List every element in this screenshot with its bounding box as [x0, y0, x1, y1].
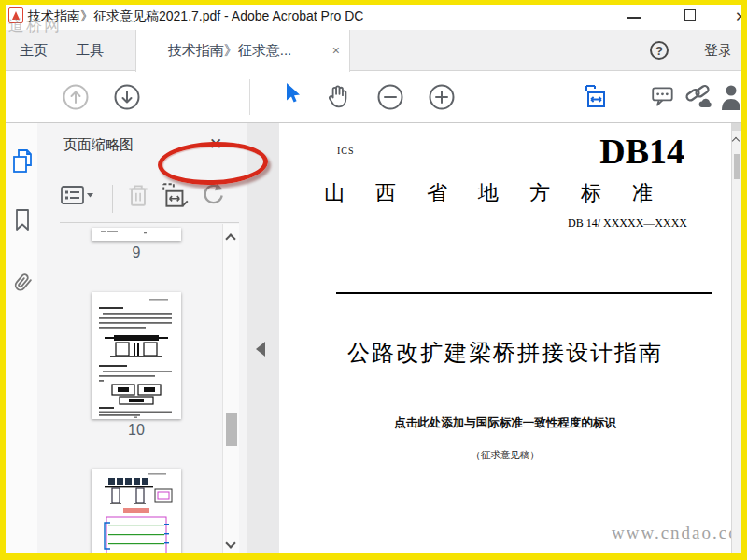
- zoom-out-icon[interactable]: [376, 83, 404, 115]
- tab-home[interactable]: 主页: [7, 30, 60, 71]
- toolbar-separator: [249, 79, 250, 115]
- main-area: 页面缩略图 ✕: [6, 123, 741, 553]
- site-watermark: www.cndao.com: [612, 523, 741, 543]
- share-link-icon[interactable]: [684, 83, 713, 115]
- collapse-panel-icon[interactable]: [256, 342, 265, 357]
- bookmarks-nav-icon[interactable]: [10, 207, 35, 239]
- set-page-boxes-icon[interactable]: [161, 181, 190, 213]
- pdf-file-icon: [8, 7, 23, 23]
- app-window-frame: 技术指南》征求意见稿2021.7.pdf - Adobe Acrobat Pro…: [0, 0, 747, 560]
- scrollbar-thumb[interactable]: [226, 413, 237, 446]
- thumbnail-page-9[interactable]: [92, 228, 181, 241]
- tab-tools[interactable]: 工具: [63, 30, 116, 71]
- thumbnail-label[interactable]: 9: [92, 245, 181, 261]
- comment-tool-icon[interactable]: [650, 83, 676, 113]
- scroll-up-icon[interactable]: [225, 233, 235, 244]
- scrollbar-top-button[interactable]: [732, 123, 741, 131]
- page-thumbnails-nav-icon[interactable]: [10, 147, 35, 179]
- previous-page-icon[interactable]: [62, 83, 90, 115]
- tab-document-label: 技术指南》征求意...: [136, 30, 323, 71]
- navigation-strip: [6, 123, 37, 553]
- main-toolbar: / 16 43.8%: [6, 71, 741, 123]
- acrobat-window: 技术指南》征求意见稿2021.7.pdf - Adobe Acrobat Pro…: [6, 5, 741, 553]
- sign-in-button[interactable]: 登录: [704, 30, 732, 71]
- panel-tools-divider: [112, 185, 113, 213]
- rotate-pages-icon[interactable]: [200, 181, 226, 213]
- document-scrollbar[interactable]: [731, 123, 741, 553]
- next-page-icon[interactable]: [113, 83, 141, 115]
- zoom-in-icon[interactable]: [428, 83, 456, 115]
- panel-close-icon[interactable]: ✕: [209, 134, 222, 154]
- minimize-button[interactable]: [627, 17, 641, 19]
- page-thumbnails-panel: 页面缩略图 ✕: [37, 123, 247, 553]
- panel-title: 页面缩略图: [63, 136, 134, 154]
- tab-bar: 主页 工具 技术指南》征求意... × ? 登录: [6, 30, 741, 71]
- title-bar: 技术指南》征求意见稿2021.7.pdf - Adobe Acrobat Pro…: [6, 5, 741, 30]
- scroll-up-icon[interactable]: [732, 137, 740, 145]
- draft-note: （征求意见稿）: [279, 449, 731, 462]
- thumbnail-page-11[interactable]: [92, 469, 181, 553]
- close-button[interactable]: ✕: [735, 7, 741, 27]
- window-title: 技术指南》征求意见稿2021.7.pdf - Adobe Acrobat Pro…: [28, 8, 363, 25]
- select-tool-icon[interactable]: [283, 81, 303, 109]
- tab-close-icon[interactable]: ×: [332, 30, 340, 71]
- conformity-note: 点击此处添加与国际标准一致性程度的标识: [279, 415, 731, 431]
- scrollbar-thumb[interactable]: [734, 154, 740, 179]
- document-page: ICS DB14 山西省地方标准 DB 14/ XXXXX—XXXX 公路改扩建…: [279, 123, 731, 553]
- tab-document[interactable]: 技术指南》征求意... ×: [135, 30, 350, 72]
- thumbnails-scrollbar[interactable]: [222, 224, 239, 553]
- standard-title: 山西省地方标准: [324, 179, 684, 207]
- thumbnail-options-icon[interactable]: [60, 183, 95, 213]
- hand-tool-icon[interactable]: [325, 83, 351, 113]
- db-code: DB14: [599, 131, 684, 172]
- fit-width-icon[interactable]: [583, 82, 611, 114]
- thumbnail-page-10[interactable]: [92, 292, 181, 419]
- ics-label: ICS: [337, 146, 355, 156]
- user-account-icon[interactable]: [721, 83, 741, 115]
- delete-pages-icon[interactable]: [125, 181, 151, 213]
- maximize-button[interactable]: [684, 9, 696, 21]
- document-title: 公路改扩建梁桥拼接设计指南: [279, 338, 731, 368]
- thumbnail-label[interactable]: 10: [92, 422, 181, 439]
- panel-divider: [60, 175, 239, 175]
- help-icon[interactable]: ?: [650, 41, 669, 60]
- horizontal-rule: [336, 292, 712, 294]
- panel-divider: [60, 222, 239, 223]
- standard-number: DB 14/ XXXXX—XXXX: [568, 217, 687, 231]
- scroll-down-icon[interactable]: [225, 538, 235, 548]
- attachments-nav-icon[interactable]: [10, 269, 35, 302]
